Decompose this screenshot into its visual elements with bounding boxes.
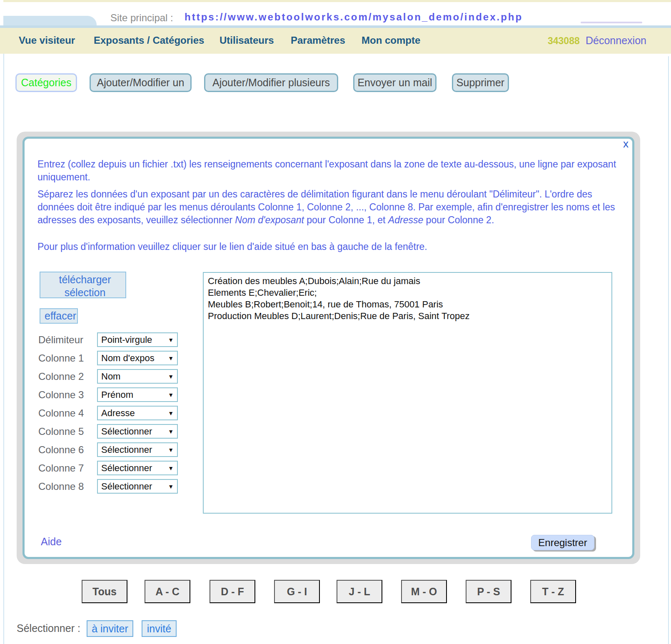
- chevron-down-icon: ▼: [168, 483, 174, 490]
- help-link[interactable]: Aide: [41, 536, 62, 548]
- right-rail: [668, 56, 669, 644]
- chevron-down-icon: ▼: [168, 337, 174, 343]
- form-row: Colonne 8 Sélectionner▼: [38, 479, 178, 494]
- select-value: Nom: [101, 371, 166, 382]
- column-2-label: Colonne 2: [38, 371, 97, 382]
- clear-button[interactable]: effacer: [40, 308, 78, 324]
- chevron-down-icon: ▼: [168, 373, 174, 380]
- delimiter-label: Délimiteur: [38, 334, 97, 346]
- site-principal-label: Site principal :: [110, 12, 173, 24]
- filter-t-z[interactable]: T - Z: [530, 580, 576, 603]
- filter-g-i[interactable]: G - I: [274, 580, 320, 603]
- column-5-select[interactable]: Sélectionner▼: [97, 424, 178, 439]
- page: Site principal : https://www.webtoolwork…: [0, 0, 671, 644]
- delimiter-select[interactable]: Point-virgule▼: [97, 332, 178, 347]
- column-2-select[interactable]: Nom▼: [97, 369, 178, 384]
- column-7-select[interactable]: Sélectionner▼: [97, 461, 178, 475]
- instructions-paragraph-3: Pour plus d'information veuillez cliquer…: [37, 240, 617, 253]
- tab-add-modify-one[interactable]: Ajouter/Modifier un: [90, 73, 192, 92]
- left-rail: [3, 54, 4, 644]
- p2-text: pour Colonne 2.: [423, 215, 494, 225]
- filter-a-c[interactable]: A - C: [145, 580, 190, 603]
- filter-p-s[interactable]: P - S: [466, 580, 511, 603]
- select-value: Point-virgule: [101, 334, 166, 345]
- tab-categories[interactable]: Catégories: [15, 73, 77, 92]
- form-row: Colonne 3 Prénom▼: [38, 387, 178, 402]
- exhibitor-data-textarea[interactable]: Création des meubles A;Dubois;Alain;Rue …: [203, 272, 612, 514]
- nav-item-parametres[interactable]: Paramètres: [291, 35, 345, 46]
- select-to-invite-button[interactable]: à inviter: [87, 620, 133, 637]
- site-url-link[interactable]: https://www.webtoolworks.com/mysalon_dem…: [185, 11, 523, 23]
- main-navbar: Vue visiteur Exposants / Catégories Util…: [0, 28, 671, 54]
- select-value: Adresse: [101, 408, 166, 419]
- select-value: Sélectionner: [101, 426, 166, 437]
- save-button[interactable]: Enregistrer: [531, 535, 594, 550]
- column-8-select[interactable]: Sélectionner▼: [97, 479, 178, 494]
- select-value: Sélectionner: [101, 444, 166, 455]
- filter-m-o[interactable]: M - O: [401, 580, 447, 603]
- close-icon[interactable]: x: [623, 137, 629, 150]
- form-row: Colonne 1 Nom d'expos▼: [38, 351, 178, 365]
- select-value: Sélectionner: [101, 463, 166, 474]
- instructions-paragraph-2: Séparez les données d'un exposant par un…: [37, 188, 617, 227]
- column-4-select[interactable]: Adresse▼: [97, 406, 178, 420]
- column-6-select[interactable]: Sélectionner▼: [97, 442, 178, 457]
- nav-item-utilisateurs[interactable]: Utilisateurs: [220, 35, 274, 46]
- chevron-down-icon: ▼: [168, 428, 174, 435]
- column-8-label: Colonne 8: [38, 481, 97, 492]
- form-row: Colonne 4 Adresse▼: [38, 406, 178, 420]
- nav-item-mon-compte[interactable]: Mon compte: [362, 35, 420, 46]
- nav-item-vue-visiteur[interactable]: Vue visiteur: [19, 35, 75, 46]
- p2-italic-nom-exposant: Nom d'exposant: [235, 215, 304, 225]
- session-number: 343088: [548, 35, 580, 47]
- instructions-paragraph-1: Entrez (collez depuis un fichier .txt) l…: [37, 158, 617, 184]
- header-row: Site principal : https://www.webtoolwork…: [0, 2, 671, 26]
- column-1-select[interactable]: Nom d'expos▼: [97, 351, 178, 365]
- column-6-label: Colonne 6: [38, 444, 97, 456]
- chevron-down-icon: ▼: [168, 447, 174, 453]
- tab-add-modify-many[interactable]: Ajouter/Modifier plusieurs: [204, 73, 338, 92]
- chevron-down-icon: ▼: [168, 410, 174, 417]
- chevron-down-icon: ▼: [168, 355, 174, 362]
- select-invited-button[interactable]: invité: [142, 620, 177, 637]
- select-value: Sélectionner: [101, 481, 166, 492]
- filter-d-f[interactable]: D - F: [210, 580, 255, 603]
- tab-send-mail[interactable]: Envoyer un mail: [353, 73, 437, 92]
- column-5-label: Colonne 5: [38, 426, 97, 437]
- column-mapping-form: Délimiteur Point-virgule▼ Colonne 1 Nom …: [38, 332, 178, 494]
- select-status-label: Sélectionner :: [17, 622, 80, 634]
- form-row: Colonne 2 Nom▼: [38, 369, 178, 384]
- logout-link[interactable]: Déconnexion: [586, 35, 646, 47]
- form-row: Délimiteur Point-virgule▼: [38, 332, 178, 347]
- select-value: Nom d'expos: [101, 353, 166, 364]
- column-1-label: Colonne 1: [38, 352, 97, 364]
- column-3-select[interactable]: Prénom▼: [97, 387, 178, 402]
- nav-item-exposants-categories[interactable]: Exposants / Catégories: [94, 35, 204, 46]
- tab-delete[interactable]: Supprimer: [452, 73, 509, 92]
- chevron-down-icon: ▼: [168, 465, 174, 472]
- select-value: Prénom: [101, 389, 166, 400]
- column-3-label: Colonne 3: [38, 389, 97, 401]
- form-row: Colonne 5 Sélectionner▼: [38, 424, 178, 439]
- download-selection-button[interactable]: télécharger sélection: [40, 272, 126, 298]
- column-7-label: Colonne 7: [38, 462, 97, 474]
- form-row: Colonne 6 Sélectionner▼: [38, 442, 178, 457]
- p2-text: pour Colonne 1, et: [304, 215, 388, 225]
- filter-j-l[interactable]: J - L: [337, 580, 382, 603]
- column-4-label: Colonne 4: [38, 407, 97, 419]
- form-row: Colonne 7 Sélectionner▼: [38, 461, 178, 475]
- url-underline-decoration: [581, 22, 642, 23]
- p2-italic-adresse: Adresse: [388, 215, 423, 225]
- header-tab-shape: [3, 16, 97, 26]
- filter-tous[interactable]: Tous: [82, 580, 127, 603]
- chevron-down-icon: ▼: [168, 392, 174, 398]
